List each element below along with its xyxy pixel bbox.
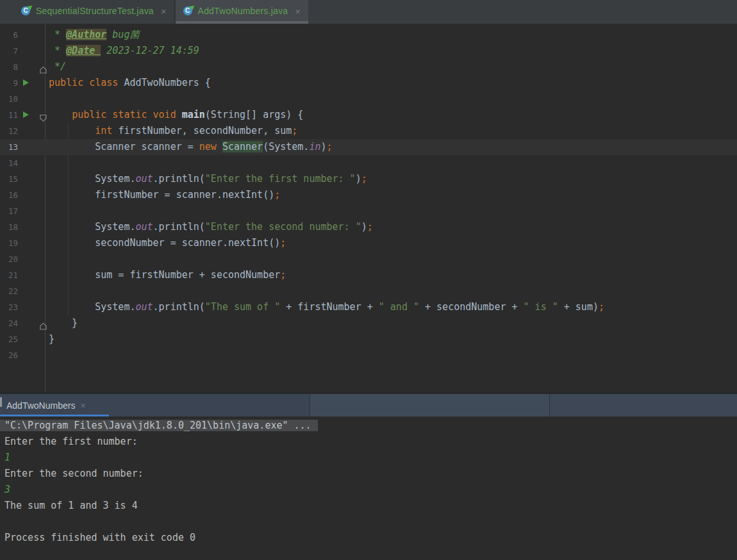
code-text: Scanner scanner = new Scanner(System.in)… xyxy=(49,139,333,155)
java-class-icon: C xyxy=(21,6,31,16)
code-line: 6 * @Author bug菌 xyxy=(0,27,737,43)
line-number: 18 xyxy=(0,219,19,235)
line-number: 13 xyxy=(0,139,19,155)
code-line: 12 int firstNumber, secondNumber, sum; xyxy=(0,123,737,139)
code-line: 20 xyxy=(0,251,737,267)
console-line: Enter the second number: xyxy=(0,466,737,482)
line-number: 23 xyxy=(0,299,19,315)
fold-up-icon[interactable] xyxy=(39,319,47,327)
code-line: 7 * @Date 2023-12-27 14:59 xyxy=(0,43,737,59)
gutter-icons xyxy=(19,155,49,171)
gutter-icons xyxy=(19,315,49,331)
line-number: 22 xyxy=(0,283,19,299)
code-line: 24 } xyxy=(0,315,737,331)
console-output-text: Enter the first number: xyxy=(4,436,144,447)
gutter-icons xyxy=(19,347,49,363)
code-line: 26 xyxy=(0,347,737,363)
code-text: } xyxy=(49,331,54,347)
gutter-icons xyxy=(19,123,49,139)
code-text: public class AddTwoNumbers { xyxy=(49,75,211,91)
code-line: 21 sum = firstNumber + secondNumber; xyxy=(0,267,737,283)
line-number: 17 xyxy=(0,203,19,219)
line-number: 20 xyxy=(0,251,19,267)
line-number: 11 xyxy=(0,107,19,123)
code-text: public static void main(String[] args) { xyxy=(49,107,303,123)
line-number: 16 xyxy=(0,187,19,203)
fold-down-icon[interactable] xyxy=(39,111,47,119)
line-number: 8 xyxy=(0,59,19,75)
gutter-icons xyxy=(19,107,49,123)
console-output-text: Process finished with exit code 0 xyxy=(4,532,195,543)
console-line: 3 xyxy=(0,482,737,498)
gutter-icons xyxy=(19,171,49,187)
close-icon[interactable]: × xyxy=(295,6,301,16)
code-text: firstNumber = scanner.nextInt(); xyxy=(49,187,280,203)
gutter-icons xyxy=(19,75,49,91)
gutter-icons xyxy=(19,267,49,283)
editor-tab-addtwonumbers[interactable]: C AddTwoNumbers.java × xyxy=(176,0,308,24)
run-line-icon[interactable] xyxy=(23,111,29,118)
code-text: System.out.println("Enter the first numb… xyxy=(49,171,367,187)
code-line: 13 Scanner scanner = new Scanner(System.… xyxy=(0,139,737,155)
code-text: System.out.println("The sum of " + first… xyxy=(49,299,604,315)
console-command-line: "C:\Program Files\Java\jdk1.8.0_201\bin\… xyxy=(4,420,311,431)
gutter-icons xyxy=(19,91,49,107)
run-line-icon[interactable] xyxy=(23,79,29,86)
code-line: 8 */ xyxy=(0,59,737,75)
console-line: Enter the first number: xyxy=(0,434,737,450)
code-text: sum = firstNumber + secondNumber; xyxy=(49,267,286,283)
fold-up-icon[interactable] xyxy=(39,63,47,71)
editor-tab-sequentialstructuretest[interactable]: C SequentialStructureTest.java × xyxy=(13,0,176,24)
code-text: * @Date 2023-12-27 14:59 xyxy=(49,43,199,59)
run-header-segment xyxy=(549,394,737,416)
code-line: 9public class AddTwoNumbers { xyxy=(0,75,737,91)
line-number: 7 xyxy=(0,43,19,59)
line-number: 15 xyxy=(0,171,19,187)
code-line: 23 System.out.println("The sum of " + fi… xyxy=(0,299,737,315)
line-number: 21 xyxy=(0,267,19,283)
code-line: 18 System.out.println("Enter the second … xyxy=(0,219,737,235)
console-line: 1 xyxy=(0,450,737,466)
code-line: 15 System.out.println("Enter the first n… xyxy=(0,171,737,187)
gutter-icons xyxy=(19,187,49,203)
line-number: 25 xyxy=(0,331,19,347)
gutter-icons xyxy=(19,283,49,299)
console-output-text: The sum of 1 and 3 is 4 xyxy=(4,500,138,511)
console-output-text: Enter the second number: xyxy=(4,468,149,479)
code-line: 14 xyxy=(0,155,737,171)
code-editor[interactable]: 6 * @Author bug菌7 * @Date 2023-12-27 14:… xyxy=(0,24,737,392)
line-number: 26 xyxy=(0,347,19,363)
console-line: Process finished with exit code 0 xyxy=(0,530,737,546)
code-line: 22 xyxy=(0,283,737,299)
line-number: 6 xyxy=(0,27,19,43)
code-text: secondNumber = scanner.nextInt(); xyxy=(49,235,286,251)
close-icon[interactable]: × xyxy=(80,400,85,411)
line-number: 10 xyxy=(0,91,19,107)
gutter-icons xyxy=(19,203,49,219)
run-tab-addtwonumbers[interactable]: AddTwoNumbers × xyxy=(0,394,109,416)
code-line: 25} xyxy=(0,331,737,347)
tab-label: AddTwoNumbers.java xyxy=(198,6,288,16)
line-number: 19 xyxy=(0,235,19,251)
code-line: 16 firstNumber = scanner.nextInt(); xyxy=(0,187,737,203)
console-lines: "C:\Program Files\Java\jdk1.8.0_201\bin\… xyxy=(0,418,737,546)
java-class-icon: C xyxy=(183,6,194,16)
run-tool-window-header: AddTwoNumbers × xyxy=(0,392,737,416)
code-text: System.out.println("Enter the second num… xyxy=(49,219,373,235)
gutter-icons xyxy=(19,139,49,155)
close-icon[interactable]: × xyxy=(161,6,167,16)
gutter-icons xyxy=(19,235,49,251)
code-line: 17 xyxy=(0,203,737,219)
console-line xyxy=(0,514,737,530)
code-text: * @Author bug菌 xyxy=(49,27,139,43)
console-user-input: 3 xyxy=(4,484,10,495)
gutter-icons xyxy=(19,27,49,43)
gutter-icons xyxy=(19,43,49,59)
line-number: 9 xyxy=(0,75,19,91)
gutter-icons xyxy=(19,219,49,235)
gutter-icons xyxy=(19,251,49,267)
run-console[interactable]: "C:\Program Files\Java\jdk1.8.0_201\bin\… xyxy=(0,416,737,560)
gutter-icons xyxy=(19,331,49,347)
gutter-icons xyxy=(19,299,49,315)
line-number: 14 xyxy=(0,155,19,171)
